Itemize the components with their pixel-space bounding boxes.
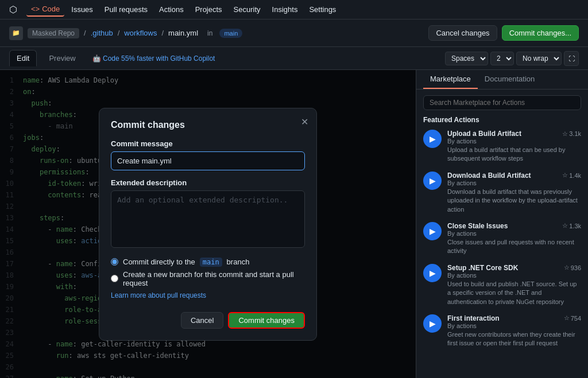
action-desc-3: Used to build and publish .NET source. S… xyxy=(447,280,581,306)
tab-documentation[interactable]: Documentation xyxy=(478,70,541,89)
breadcrumb-github[interactable]: .github xyxy=(91,29,113,37)
action-desc-0: Upload a build artifact that can be used… xyxy=(447,146,581,163)
extended-desc-textarea[interactable] xyxy=(111,190,305,248)
action-name-1[interactable]: Download a Build Artifact xyxy=(447,172,531,180)
top-nav: ⬡ <> Code Issues Pull requests Actions P… xyxy=(0,0,588,20)
nav-item-settings[interactable]: Settings xyxy=(304,3,341,16)
modal-footer: Cancel Commit changes xyxy=(111,312,305,329)
radio-direct-row: Commit directly to the main branch xyxy=(111,258,305,267)
featured-title: Featured Actions xyxy=(423,116,581,124)
action-by-2: By actions xyxy=(447,230,581,237)
action-stars-4: ☆ 754 xyxy=(564,314,581,322)
commit-message-label: Commit message xyxy=(111,139,305,148)
action-name-3[interactable]: Setup .NET Core SDK xyxy=(447,264,518,272)
tab-preview[interactable]: Preview xyxy=(41,50,83,67)
action-desc-1: Download a build artifact that was previ… xyxy=(447,188,581,214)
nav-item-issues[interactable]: Issues xyxy=(67,3,98,16)
marketplace-search[interactable] xyxy=(423,95,581,110)
commit-message-input[interactable] xyxy=(111,151,305,170)
modal-overlay: Commit changes ✕ Commit message Extended… xyxy=(0,70,416,378)
radio-pr-row: Create a new branch for this commit and … xyxy=(111,270,305,287)
radio-direct-label: Commit directly to the xyxy=(123,258,195,266)
sep-1: / xyxy=(84,29,86,37)
radio-pr-label: Create a new branch for this commit and … xyxy=(123,270,305,287)
action-icon-2: ▶ xyxy=(423,222,442,240)
action-desc-4: Greet new contributors when they create … xyxy=(447,330,581,348)
action-item-4: ▶ First interaction ☆ 754 By actions Gre… xyxy=(423,314,581,348)
branch-pill: main xyxy=(219,29,242,38)
branch-code: main xyxy=(200,258,222,267)
nav-item-actions[interactable]: Actions xyxy=(154,3,188,16)
action-item-1: ▶ Download a Build Artifact ☆ 1.4k By ac… xyxy=(423,172,581,214)
action-name-4[interactable]: First interaction xyxy=(447,314,500,322)
modal-cancel-button[interactable]: Cancel xyxy=(181,312,223,329)
action-stars-1: ☆ 1.4k xyxy=(562,172,581,179)
action-name-2[interactable]: Close Stale Issues xyxy=(447,222,508,230)
github-logo: ⬡ xyxy=(9,4,17,15)
right-tabs: Marketplace Documentation xyxy=(416,70,588,89)
repo-name: Masked Repo xyxy=(28,28,79,38)
action-by-1: By actions xyxy=(447,180,581,186)
modal-title: Commit changes xyxy=(111,120,305,130)
action-info-2: Close Stale Issues ☆ 1.3k By actions Clo… xyxy=(447,222,581,256)
sep-3: / xyxy=(161,29,164,37)
action-item-2: ▶ Close Stale Issues ☆ 1.3k By actions C… xyxy=(423,222,581,256)
search-box xyxy=(416,89,588,116)
sep-2: / xyxy=(118,29,120,37)
modal-close-button[interactable]: ✕ xyxy=(301,116,308,127)
pr-link[interactable]: Learn more about pull requests xyxy=(111,291,206,299)
nav-item-code[interactable]: <> Code xyxy=(26,2,64,17)
radio-group: Commit directly to the main branch Creat… xyxy=(111,258,305,287)
indent-select[interactable]: 2 xyxy=(490,52,514,65)
action-icon-1: ▶ xyxy=(423,172,442,190)
nav-item-projects[interactable]: Projects xyxy=(191,3,227,16)
action-item-0: ▶ Upload a Build Artifact ☆ 3.1k By acti… xyxy=(423,130,581,163)
action-info-1: Download a Build Artifact ☆ 1.4k By acti… xyxy=(447,172,581,214)
nav-item-pullrequests[interactable]: Pull requests xyxy=(100,3,152,16)
tab-marketplace[interactable]: Marketplace xyxy=(423,70,478,89)
breadcrumb-bar: 📁 Masked Repo / .github / workflows / ma… xyxy=(0,20,588,47)
cancel-changes-button[interactable]: Cancel changes xyxy=(428,25,497,41)
action-stars-0: ☆ 3.1k xyxy=(562,130,581,138)
modal-commit-button[interactable]: Commit changes xyxy=(228,312,305,329)
spaces-select[interactable]: Spaces xyxy=(445,52,488,65)
main-content: 1name: AWS Lambda Deploy 2on: 3 push: 4 … xyxy=(0,70,588,378)
action-icon-4: ▶ xyxy=(423,314,442,333)
action-name-0[interactable]: Upload a Build Artifact xyxy=(447,130,521,138)
action-icon-0: ▶ xyxy=(423,130,442,148)
featured-section: Featured Actions ▶ Upload a Build Artifa… xyxy=(416,116,588,356)
tab-edit[interactable]: Edit xyxy=(9,50,37,67)
action-stars-2: ☆ 1.3k xyxy=(562,222,581,229)
action-icon-3: ▶ xyxy=(423,264,442,282)
wrap-select[interactable]: No wrap xyxy=(516,52,562,65)
radio-pr[interactable] xyxy=(111,275,118,282)
extended-desc-label: Extended description xyxy=(111,178,305,187)
code-icon: <> xyxy=(31,5,40,13)
in-label: in xyxy=(207,29,212,37)
action-by-4: By actions xyxy=(447,322,581,329)
nav-item-insights[interactable]: Insights xyxy=(268,3,303,16)
copilot-hint: 🤖 Code 55% faster with GitHub Copilot xyxy=(92,54,215,63)
nav-item-security[interactable]: Security xyxy=(229,3,265,16)
fullscreen-btn[interactable]: ⛶ xyxy=(564,51,579,66)
action-info-0: Upload a Build Artifact ☆ 3.1k By action… xyxy=(447,130,581,163)
editor-toolbar: Edit Preview 🤖 Code 55% faster with GitH… xyxy=(0,47,588,70)
repo-icon: 📁 xyxy=(9,26,23,40)
right-panel: Marketplace Documentation Featured Actio… xyxy=(416,70,588,378)
commit-modal: Commit changes ✕ Commit message Extended… xyxy=(99,108,317,341)
action-desc-2: Close issues and pull requests with no r… xyxy=(447,238,581,256)
action-stars-3: ☆ 936 xyxy=(564,264,581,271)
radio-direct[interactable] xyxy=(111,258,118,266)
breadcrumb-file: main.yml xyxy=(168,29,198,37)
action-by-0: By actions xyxy=(447,138,581,145)
action-by-3: By actions xyxy=(447,272,581,279)
action-info-4: First interaction ☆ 754 By actions Greet… xyxy=(447,314,581,348)
breadcrumb-workflows[interactable]: workflows xyxy=(124,29,157,37)
commit-changes-header-button[interactable]: Commit changes... xyxy=(502,25,579,41)
code-editor[interactable]: 1name: AWS Lambda Deploy 2on: 3 push: 4 … xyxy=(0,70,416,378)
action-info-3: Setup .NET Core SDK ☆ 936 By actions Use… xyxy=(447,264,581,306)
radio-direct-suffix: branch xyxy=(227,258,250,266)
action-item-3: ▶ Setup .NET Core SDK ☆ 936 By actions U… xyxy=(423,264,581,306)
